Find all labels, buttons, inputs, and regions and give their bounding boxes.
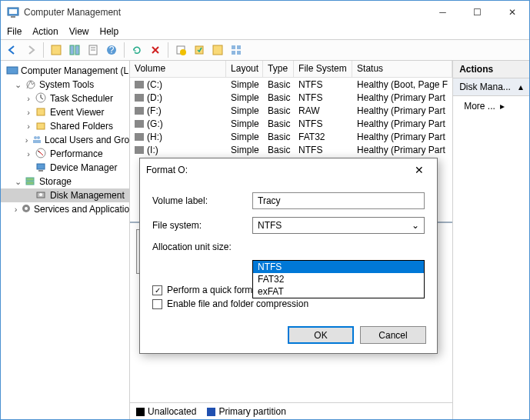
svg-rect-5 [75,45,79,55]
tree-shared-folders[interactable]: ›Shared Folders [1,119,129,133]
allocation-label: Allocation unit size: [152,242,252,252]
grid-icon[interactable] [228,42,245,58]
new-icon[interactable] [172,42,189,58]
col-status[interactable]: Status [352,61,452,77]
tree-panel: Computer Management (L ⌄System Tools ›Ta… [1,61,130,419]
svg-rect-14 [213,45,222,55]
dialog-close-button[interactable]: ✕ [408,164,431,176]
menubar: File Action View Help [1,24,529,39]
svg-rect-19 [7,67,18,74]
svg-rect-17 [232,51,235,55]
maximize-button[interactable]: ☐ [460,1,495,24]
volume-row[interactable]: (I:)SimpleBasicNTFSHealthy (Primary Part [130,143,452,156]
dialog-title: Format O: [146,165,408,175]
volume-row[interactable]: (G:)SimpleBasicNTFSHealthy (Primary Part [130,117,452,130]
refresh-icon[interactable] [128,42,145,58]
tree-task-scheduler[interactable]: ›Task Scheduler [1,92,129,105]
tree-performance[interactable]: ›Performance [1,147,129,161]
filesystem-dropdown: NTFS FAT32 exFAT [252,260,425,298]
menu-view[interactable]: View [69,26,89,37]
svg-rect-28 [33,140,41,143]
actions-more[interactable]: More ... ▸ [453,96,529,116]
svg-point-26 [34,136,37,139]
menu-help[interactable]: Help [100,26,119,37]
tree-local-users[interactable]: ›Local Users and Gro [1,133,129,147]
checkbox-unchecked-icon [152,299,162,309]
toolbar: ? [1,39,529,61]
filesystem-label: File system: [152,220,252,231]
svg-rect-34 [26,178,34,181]
dialog-titlebar[interactable]: Format O: ✕ [140,158,437,182]
svg-rect-33 [38,170,43,172]
menu-action[interactable]: Action [32,26,58,37]
actions-header: Actions [453,61,529,78]
col-volume[interactable]: Volume [130,61,226,77]
forward-button[interactable] [22,42,39,58]
tree-device-manager[interactable]: Device Manager [1,161,129,175]
svg-point-20 [27,81,35,88]
app-icon [7,6,19,18]
window-title: Computer Management [24,7,425,18]
volume-row[interactable]: (F:)SimpleBasicRAWHealthy (Primary Part [130,104,452,117]
svg-rect-3 [52,45,61,55]
volume-label-input[interactable] [252,192,425,209]
volume-row[interactable]: (C:)SimpleBasicNTFSHealthy (Boot, Page F [130,78,452,91]
col-filesystem[interactable]: File System [294,61,352,77]
delete-icon[interactable] [147,42,164,58]
tree-event-viewer[interactable]: ›Event Viewer [1,105,129,119]
back-button[interactable] [4,42,21,58]
menu-file[interactable]: File [7,26,22,37]
volume-row[interactable]: (D:)SimpleBasicNTFSHealthy (Primary Part [130,91,452,104]
svg-point-37 [39,193,42,196]
svg-rect-35 [26,182,34,185]
dropdown-option-ntfs[interactable]: NTFS [253,261,424,273]
svg-rect-25 [37,123,45,129]
list-icon[interactable] [209,42,226,58]
close-button[interactable]: ✕ [495,1,529,24]
actions-section[interactable]: Disk Mana...▴ [453,78,529,96]
legend-unallocated: Unallocated [148,406,196,417]
minimize-button[interactable]: ─ [425,1,460,24]
view-icon[interactable] [48,42,65,58]
svg-rect-16 [237,45,241,49]
tree-system-tools[interactable]: ⌄System Tools [1,78,129,92]
svg-rect-13 [195,46,203,54]
col-layout[interactable]: Layout [226,61,263,77]
svg-rect-2 [11,16,15,18]
collapse-icon: ▴ [518,82,523,92]
svg-rect-18 [237,51,241,55]
col-type[interactable]: Type [263,61,294,77]
svg-rect-32 [37,164,45,169]
dropdown-option-fat32[interactable]: FAT32 [253,273,424,285]
svg-rect-15 [232,45,235,49]
tree-storage[interactable]: ⌄Storage [1,175,129,188]
format-dialog: Format O: ✕ Volume label: File system: N… [139,158,438,354]
dropdown-option-exfat[interactable]: exFAT [253,285,424,298]
volume-label-label: Volume label: [152,195,252,206]
pane-icon[interactable] [66,42,83,58]
svg-rect-1 [9,9,17,14]
volume-row[interactable]: (H:)SimpleBasicFAT32Healthy (Primary Par… [130,130,452,143]
svg-rect-4 [70,45,74,55]
compression-checkbox[interactable]: Enable file and folder compression [152,298,425,309]
svg-point-39 [25,207,28,210]
ok-button[interactable]: OK [288,326,354,344]
tree-services[interactable]: ›Services and Applicatio [1,202,129,216]
help-icon[interactable]: ? [103,42,120,58]
svg-point-27 [37,136,40,139]
legend-primary: Primary partition [218,406,285,417]
tree-disk-management[interactable]: Disk Management [1,188,129,202]
titlebar: Computer Management ─ ☐ ✕ [1,1,529,24]
tree-root[interactable]: Computer Management (L [1,64,129,78]
svg-rect-24 [37,108,45,115]
volume-header: Volume Layout Type File System Status [130,61,452,78]
legend: Unallocated Primary partition [130,402,452,419]
svg-point-12 [180,49,186,55]
properties-icon[interactable] [85,42,102,58]
settings-icon[interactable] [191,42,208,58]
filesystem-select[interactable]: NTFS ⌄ [252,217,425,234]
chevron-down-icon: ⌄ [412,220,419,231]
actions-panel: Actions Disk Mana...▴ More ... ▸ [453,61,529,419]
cancel-button[interactable]: Cancel [360,326,426,344]
volume-list: (C:)SimpleBasicNTFSHealthy (Boot, Page F… [130,78,452,156]
